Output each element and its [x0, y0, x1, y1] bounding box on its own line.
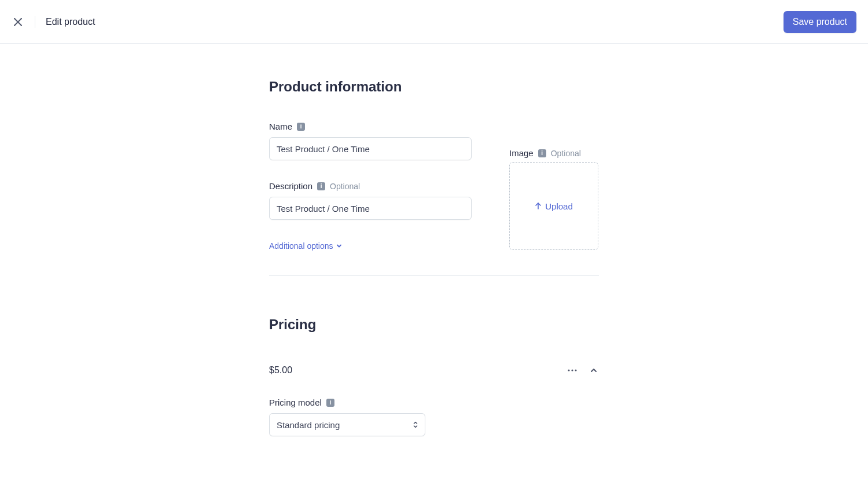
header-bar: Edit product Save product — [0, 0, 868, 44]
product-info-body: Name i Description i Optional Image i Op… — [269, 122, 599, 276]
name-label-row: Name i — [269, 122, 599, 131]
info-icon[interactable]: i — [326, 399, 334, 407]
ellipsis-icon — [568, 369, 577, 371]
chevron-up-icon — [590, 366, 598, 374]
content-column: Product information Name i Description i… — [269, 79, 599, 457]
pricing-model-select-wrap — [269, 413, 425, 436]
save-product-button[interactable]: Save product — [784, 11, 856, 33]
price-value: $5.00 — [269, 365, 292, 376]
body: Product information Name i Description i… — [0, 44, 868, 457]
header-divider — [35, 16, 35, 28]
svg-point-3 — [568, 369, 569, 371]
info-icon[interactable]: i — [538, 149, 546, 157]
name-label: Name — [269, 122, 292, 131]
description-input[interactable] — [269, 197, 472, 220]
close-icon — [14, 18, 22, 26]
info-icon[interactable]: i — [297, 123, 305, 131]
additional-options-label: Additional options — [269, 241, 333, 251]
info-icon[interactable]: i — [317, 182, 325, 190]
description-label: Description — [269, 181, 312, 191]
upload-inner: Upload — [535, 201, 573, 211]
pricing-model-label-row: Pricing model i — [269, 398, 599, 407]
product-info-heading: Product information — [269, 79, 599, 95]
price-collapse-button[interactable] — [589, 365, 599, 376]
svg-point-5 — [575, 369, 576, 371]
svg-point-4 — [571, 369, 573, 371]
upload-arrow-icon — [535, 203, 542, 209]
image-label: Image — [509, 148, 534, 158]
price-more-button[interactable] — [567, 368, 578, 373]
header-left: Edit product — [12, 16, 95, 28]
image-upload-dropzone[interactable]: Upload — [509, 162, 598, 250]
pricing-model-select[interactable] — [269, 413, 425, 436]
price-summary-row: $5.00 — [269, 365, 599, 376]
close-button[interactable] — [12, 16, 24, 28]
pricing-model-field: Pricing model i — [269, 398, 599, 436]
page-title: Edit product — [46, 17, 95, 27]
chevron-down-icon — [336, 242, 343, 249]
upload-label: Upload — [545, 201, 573, 211]
description-optional-label: Optional — [330, 182, 360, 191]
additional-options-toggle[interactable]: Additional options — [269, 241, 343, 251]
section-divider — [269, 275, 599, 276]
name-input[interactable] — [269, 137, 472, 160]
image-optional-label: Optional — [551, 149, 581, 158]
price-actions — [567, 365, 599, 376]
pricing-model-label: Pricing model — [269, 398, 322, 407]
image-label-row: Image i Optional — [509, 148, 581, 158]
pricing-heading: Pricing — [269, 317, 599, 333]
